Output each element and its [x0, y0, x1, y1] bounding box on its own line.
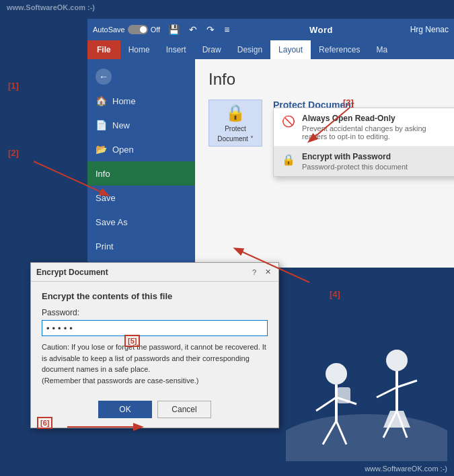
ribbon-tabs: File Home Insert Draw Design Layout Refe… [87, 40, 454, 59]
protect-btn-line2: Document ˅ [217, 135, 253, 143]
annotation-4: [4] [330, 289, 340, 299]
save-icon[interactable]: 💾 [165, 23, 182, 36]
read-only-title: Always Open Read-Only [302, 114, 453, 123]
redo-icon[interactable]: ↷ [204, 23, 217, 36]
lock-icon: 🔒 [225, 104, 245, 122]
dialog-caution-text: Caution: If you lose or forget the passw… [42, 342, 268, 386]
nav-save-as[interactable]: Save As [87, 210, 195, 234]
read-only-body: Always Open Read-Only Prevent accidental… [302, 114, 453, 141]
annotation-3: [3] [343, 97, 354, 108]
nav-save[interactable]: Save [87, 186, 195, 210]
backstage: ← 🏠 Home 📄 New 📂 Open Info Save Save As … [87, 59, 454, 268]
encrypt-desc: Password-protect this document [302, 163, 408, 171]
encrypt-body: Encrypt with Password Password-protect t… [302, 152, 408, 171]
tab-file[interactable]: File [87, 40, 120, 59]
svg-line-3 [316, 397, 336, 411]
svg-point-1 [326, 363, 347, 385]
new-icon: 📄 [96, 120, 107, 130]
nav-new[interactable]: 📄 New [87, 113, 195, 137]
cancel-button[interactable]: Cancel [157, 401, 211, 418]
password-input[interactable] [42, 320, 268, 336]
toggle-knob [140, 26, 147, 33]
figure-area [279, 273, 454, 461]
dialog-title-bar: Encrypt Document ? ✕ [31, 263, 278, 282]
annotation-2: [2] [8, 148, 19, 158]
stick-figures [286, 286, 447, 461]
dialog-close-button[interactable]: ✕ [262, 267, 273, 278]
autosave-area: AutoSave Off [93, 25, 160, 34]
tab-insert[interactable]: Insert [158, 40, 194, 59]
tab-design[interactable]: Design [229, 40, 270, 59]
dialog-body: Encrypt the contents of this file Passwo… [31, 282, 278, 395]
tab-draw[interactable]: Draw [194, 40, 229, 59]
title-icons: 💾 ↶ ↷ ≡ [165, 23, 232, 36]
home-icon: 🏠 [96, 95, 107, 106]
read-only-desc: Prevent accidental changes by asking rea… [302, 124, 453, 141]
dialog-section-title: Encrypt the contents of this file [42, 291, 268, 301]
nav-save-label: Save [96, 193, 116, 203]
autosave-state: Off [151, 26, 160, 34]
dialog-footer: OK Cancel [31, 395, 278, 428]
nav-open[interactable]: 📂 Open [87, 137, 195, 161]
protect-btn-line1: Protect [225, 125, 246, 132]
top-watermark-bar: www.SoftwareOK.com :-) [0, 0, 454, 15]
protect-document-button[interactable]: 🔒 Protect Document ˅ [209, 100, 262, 147]
backstage-page-title: Info [209, 70, 441, 89]
user-name: Hrg Nenac [410, 25, 449, 34]
title-bar: AutoSave Off 💾 ↶ ↷ ≡ Word Hrg Nenac [87, 19, 454, 40]
protect-dropdown: 🚫 Always Open Read-Only Prevent accident… [273, 108, 454, 177]
option-encrypt-password[interactable]: 🔒 Encrypt with Password Password-protect… [274, 147, 454, 176]
dialog-title-text: Encrypt Document [36, 268, 108, 277]
nav-print[interactable]: Print [87, 234, 195, 258]
svg-point-8 [386, 350, 408, 371]
nav-print-label: Print [96, 241, 114, 251]
nav-new-label: New [112, 120, 130, 130]
annotation-1: [1] [8, 81, 19, 91]
svg-point-0 [286, 414, 447, 461]
backstage-nav: ← 🏠 Home 📄 New 📂 Open Info Save Save As … [87, 59, 195, 268]
tab-layout[interactable]: Layout [270, 40, 311, 59]
tab-references[interactable]: References [311, 40, 368, 59]
backstage-nav-header: ← [87, 65, 195, 89]
bottom-watermark-text: www.SoftwareOK.com :-) [365, 465, 447, 473]
annotation-6: [6] [37, 417, 52, 429]
encrypt-dialog: Encrypt Document ? ✕ Encrypt the content… [30, 262, 279, 428]
top-watermark-text: www.SoftwareOK.com :-) [7, 3, 95, 11]
no-edit-icon: 🚫 [282, 115, 295, 128]
nav-info[interactable]: Info [87, 161, 195, 186]
svg-rect-7 [337, 387, 350, 403]
tab-more[interactable]: Ma [368, 40, 395, 59]
encrypt-icon: 🔒 [282, 153, 295, 166]
tab-home[interactable]: Home [120, 40, 158, 59]
autosave-label: AutoSave [93, 26, 125, 34]
bottom-watermark-bar: www.SoftwareOK.com :-) [0, 461, 454, 476]
nav-open-label: Open [112, 145, 134, 155]
svg-line-11 [397, 381, 417, 387]
dialog-help-button[interactable]: ? [249, 267, 260, 278]
app-title: Word [237, 25, 404, 35]
encrypt-title: Encrypt with Password [302, 152, 408, 161]
nav-info-label: Info [96, 169, 110, 179]
password-label: Password: [42, 308, 268, 317]
ok-button[interactable]: OK [98, 401, 152, 418]
custom-icon[interactable]: ≡ [221, 23, 232, 36]
nav-home-label: Home [112, 96, 136, 106]
undo-icon[interactable]: ↶ [186, 23, 200, 36]
dialog-controls: ? ✕ [249, 267, 273, 278]
svg-marker-14 [383, 411, 410, 428]
option-read-only[interactable]: 🚫 Always Open Read-Only Prevent accident… [274, 108, 454, 147]
open-icon: 📂 [96, 144, 107, 155]
svg-line-10 [377, 387, 397, 397]
nav-home[interactable]: 🏠 Home [87, 89, 195, 113]
backstage-content: Info 🔒 Protect Document ˅ Protect Docume… [195, 59, 454, 268]
autosave-toggle[interactable] [128, 25, 148, 34]
annotation-5: [5] [124, 335, 140, 347]
nav-save-as-label: Save As [96, 217, 128, 227]
back-button[interactable]: ← [96, 69, 112, 85]
